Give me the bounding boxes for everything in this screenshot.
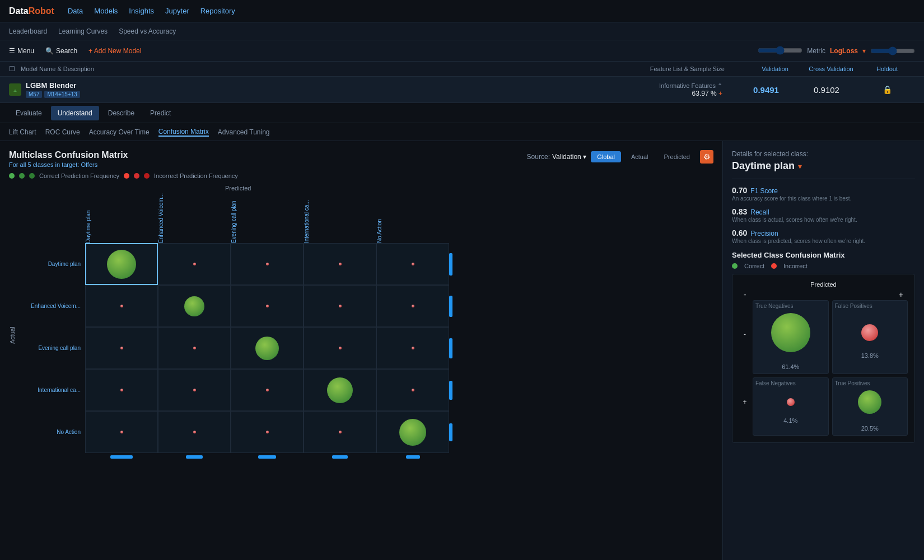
cell-1-0[interactable]: [85, 285, 158, 327]
cell-2-0[interactable]: [85, 327, 158, 369]
sub-tab-lift[interactable]: Lift Chart: [9, 128, 36, 136]
logo-robot: Robot: [29, 6, 54, 16]
true-negatives-cell[interactable]: True Negatives 61.4%: [753, 300, 829, 374]
cm-title: Multiclass Confusion Matrix: [9, 150, 238, 160]
minus-icon-top: -: [744, 290, 746, 299]
nav-jupyter[interactable]: Jupyter: [165, 7, 189, 15]
cell-3-0[interactable]: [85, 369, 158, 411]
cm-btn-predicted[interactable]: Predicted: [659, 152, 696, 162]
row-label-0: Daytime plan: [18, 243, 85, 285]
dot-red-2: [134, 173, 139, 179]
metric-value: LogLoss: [830, 47, 858, 55]
bottom-bar-0: [85, 455, 158, 462]
menu-button[interactable]: ☰ Menu: [9, 47, 34, 55]
cell-4-1[interactable]: [158, 411, 231, 453]
cell-2-2[interactable]: [231, 327, 304, 369]
cell-3-2[interactable]: [231, 369, 304, 411]
sec-nav-speed[interactable]: Speed vs Accuracy: [119, 27, 176, 35]
cm-btn-global[interactable]: Global: [591, 151, 621, 162]
cell-3-3[interactable]: [304, 369, 376, 411]
cell-1-4[interactable]: [376, 285, 449, 327]
holdout-col-header: Holdout: [859, 66, 915, 72]
tab-describe[interactable]: Describe: [101, 106, 141, 120]
cell-0-4[interactable]: [376, 243, 449, 285]
validation-col-header: Validation: [747, 66, 803, 72]
nav-data[interactable]: Data: [68, 7, 83, 15]
cell-1-3[interactable]: [304, 285, 376, 327]
false-negatives-cell[interactable]: False Negatives 4.1%: [753, 377, 829, 436]
metric-text-label: Metric: [807, 47, 825, 55]
recall-desc: When class is actual, scores how often w…: [732, 217, 915, 223]
sec-nav-learning[interactable]: Learning Curves: [58, 27, 108, 35]
cm-btn-actual[interactable]: Actual: [626, 152, 654, 162]
search-button[interactable]: 🔍 Search: [45, 47, 77, 55]
inf-features-label: Informative Features ⌃: [659, 82, 722, 90]
nav-repository[interactable]: Repository: [200, 7, 235, 15]
gear-button[interactable]: ⚙: [700, 150, 713, 164]
matrix-x-label: Predicted: [225, 185, 251, 192]
add-model-button[interactable]: + Add New Model: [88, 47, 141, 55]
cell-1-2[interactable]: [231, 285, 304, 327]
cell-4-2[interactable]: [231, 411, 304, 453]
cell-4-4[interactable]: [376, 411, 449, 453]
tab-predict[interactable]: Predict: [143, 106, 178, 120]
recall-metric: 0.83 Recall When class is actual, scores…: [732, 207, 915, 223]
cell-4-3[interactable]: [304, 411, 376, 453]
row-label-1: Enhanced Voicem...: [18, 285, 85, 327]
model-icon: ⟁: [9, 83, 21, 96]
sub-tab-confusion[interactable]: Confusion Matrix: [158, 128, 209, 137]
model-row[interactable]: ⟁ LGBM Blender M57 M14+15+13 Informative…: [0, 77, 924, 103]
cell-2-1[interactable]: [158, 327, 231, 369]
details-class-name: Daytime plan: [732, 160, 795, 172]
row-labels: Daytime plan Enhanced Voicem... Evening …: [18, 243, 85, 453]
dot-green-2: [19, 173, 25, 179]
cell-0-1[interactable]: [158, 243, 231, 285]
sub-tab-roc[interactable]: ROC Curve: [45, 128, 80, 136]
cm-legend: Correct Prediction Frequency Incorrect P…: [9, 172, 238, 179]
selected-cm-title: Selected Class Confusion Matrix: [732, 251, 915, 259]
cm-panel: Multiclass Confusion Matrix For all 5 cl…: [0, 141, 722, 560]
true-pos-pct: 20.5%: [861, 425, 879, 432]
cm-source: Source: Validation ▾: [527, 153, 587, 161]
false-positives-cell[interactable]: False Positives 13.8%: [832, 300, 908, 374]
true-positives-cell[interactable]: True Positives 20.5%: [832, 377, 908, 436]
mini-legend-correct-dot: [732, 263, 738, 269]
sub-tab-tuning[interactable]: Advanced Tuning: [218, 128, 270, 136]
cell-0-3[interactable]: [304, 243, 376, 285]
bottom-bar-2: [231, 455, 304, 462]
cell-0-0[interactable]: [85, 243, 158, 285]
mini-legend: Correct Incorrect: [732, 263, 915, 269]
cell-3-4[interactable]: [376, 369, 449, 411]
cell-3-1[interactable]: [158, 369, 231, 411]
tab-evaluate[interactable]: Evaluate: [9, 106, 49, 120]
recall-label: Recall: [750, 208, 769, 216]
row-bar-0: [449, 243, 458, 285]
row-bar-4: [449, 411, 458, 453]
cell-2-3[interactable]: [304, 327, 376, 369]
validation-score: 0.9491: [738, 85, 794, 95]
cell-1-1[interactable]: [158, 285, 231, 327]
tab-understand[interactable]: Understand: [51, 106, 99, 120]
metric-slider[interactable]: [758, 46, 802, 55]
matrix-grid: [85, 243, 458, 453]
model-checkbox[interactable]: ☐: [9, 65, 15, 73]
nav-insights[interactable]: Insights: [129, 7, 154, 15]
details-chevron-icon[interactable]: ▾: [798, 162, 802, 171]
matrix-row-1: [85, 285, 458, 327]
sec-nav-leaderboard[interactable]: Leaderboard: [9, 27, 47, 35]
recall-value: 0.83: [732, 207, 747, 216]
model-tags: M57 M14+15+13: [26, 91, 659, 98]
bottom-bar-4: [376, 455, 449, 462]
minus-icon-side: -: [739, 330, 750, 338]
cm-source-dropdown[interactable]: Validation ▾: [552, 153, 586, 161]
sub-tab-accuracy[interactable]: Accuracy Over Time: [89, 128, 150, 136]
logo: DataRobot: [9, 6, 54, 16]
nav-models[interactable]: Models: [94, 7, 118, 15]
mini-cm-actual-side: - Actual +: [739, 300, 750, 436]
model-name-header: Model Name & Description: [21, 66, 650, 72]
cell-4-0[interactable]: [85, 411, 158, 453]
cell-0-2[interactable]: [231, 243, 304, 285]
metric-range-right[interactable]: [870, 46, 915, 55]
cell-2-4[interactable]: [376, 327, 449, 369]
bottom-bars: [85, 455, 458, 462]
